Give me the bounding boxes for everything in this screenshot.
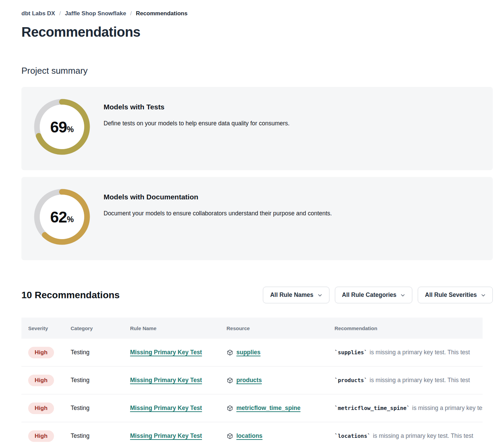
resource-code: `products` — [335, 377, 367, 383]
card-description: Define tests on your models to help ensu… — [104, 120, 290, 127]
column-header-severity: Severity — [21, 325, 64, 331]
resource-code: `supplies` — [335, 349, 367, 356]
column-header-recommendation: Recommendation — [328, 325, 483, 331]
model-cube-icon — [227, 433, 233, 440]
summary-card-models-with-documentation: 62 % Models with Documentation Document … — [21, 177, 493, 260]
recommendations-count-heading: 10 Recommendations — [21, 290, 120, 301]
percent-sign: % — [67, 125, 74, 134]
chevron-down-icon — [481, 293, 486, 298]
filter-label: All Rule Categories — [342, 291, 396, 299]
resource-link[interactable]: locations — [236, 432, 263, 440]
resource-link[interactable]: metricflow_time_spine — [236, 405, 301, 412]
chevron-down-icon — [318, 293, 322, 298]
resource-code: `metricflow_time_spine` — [335, 405, 410, 411]
breadcrumb-separator: / — [59, 10, 61, 17]
breadcrumb-separator: / — [130, 10, 132, 17]
recommendation-text: is missing a primary key test. This test — [373, 432, 473, 439]
rule-name-link[interactable]: Missing Primary Key Test — [130, 405, 202, 411]
page-title: Recommendations — [21, 24, 493, 40]
table-row: High Testing Missing Primary Key Test su… — [21, 339, 483, 366]
model-cube-icon — [227, 349, 233, 356]
donut-percent: 69 % — [40, 105, 84, 149]
recommendation-text: is missing a primary key test. This test — [412, 405, 483, 411]
recommendation-text: is missing a primary key test. This test — [370, 377, 470, 383]
rule-name-link[interactable]: Missing Primary Key Test — [130, 432, 202, 439]
breadcrumb-org-link[interactable]: dbt Labs DX — [21, 10, 55, 17]
model-cube-icon — [227, 377, 233, 384]
table-header-row: Severity Category Rule Name Resource Rec… — [21, 318, 483, 339]
donut-chart-tests: 69 % — [34, 99, 90, 155]
filter-rule-names-dropdown[interactable]: All Rule Names — [263, 287, 329, 303]
severity-badge: High — [28, 347, 54, 358]
filter-bar: All Rule Names All Rule Categories All R… — [263, 287, 493, 303]
chevron-down-icon — [400, 293, 405, 298]
model-cube-icon — [227, 405, 233, 412]
percent-value: 62 — [50, 208, 67, 226]
severity-badge: High — [28, 375, 54, 386]
recommendations-table: Severity Category Rule Name Resource Rec… — [21, 318, 483, 447]
table-row: High Testing Missing Primary Key Test pr… — [21, 366, 483, 394]
project-summary-heading: Project summary — [21, 66, 493, 76]
percent-sign: % — [67, 215, 74, 224]
breadcrumb-current-page: Recommendations — [136, 10, 187, 17]
category-cell: Testing — [64, 377, 123, 384]
card-description: Document your models to ensure collabora… — [104, 210, 332, 217]
severity-badge: High — [28, 430, 54, 442]
donut-chart-documentation: 62 % — [34, 189, 90, 245]
resource-link[interactable]: products — [236, 377, 262, 384]
filter-rule-severities-dropdown[interactable]: All Rule Severities — [418, 287, 493, 303]
donut-percent: 62 % — [40, 195, 84, 239]
rule-name-link[interactable]: Missing Primary Key Test — [130, 377, 202, 383]
filter-label: All Rule Severities — [425, 291, 477, 299]
rule-name-link[interactable]: Missing Primary Key Test — [130, 349, 202, 356]
category-cell: Testing — [64, 432, 123, 440]
breadcrumb: dbt Labs DX / Jaffle Shop Snowflake / Re… — [21, 0, 493, 17]
card-title: Models with Documentation — [104, 193, 332, 201]
table-row: High Testing Missing Primary Key Test me… — [21, 394, 483, 422]
table-row: High Testing Missing Primary Key Test lo… — [21, 422, 483, 447]
filter-label: All Rule Names — [270, 291, 313, 299]
column-header-rule-name: Rule Name — [123, 325, 220, 331]
filter-rule-categories-dropdown[interactable]: All Rule Categories — [335, 287, 412, 303]
category-cell: Testing — [64, 405, 123, 412]
breadcrumb-project-link[interactable]: Jaffle Shop Snowflake — [65, 10, 126, 17]
column-header-resource: Resource — [220, 325, 328, 331]
card-title: Models with Tests — [104, 103, 290, 111]
recommendation-text: is missing a primary key test. This test — [370, 349, 470, 356]
resource-link[interactable]: supplies — [236, 349, 260, 356]
resource-code: `locations` — [335, 433, 371, 439]
percent-value: 69 — [50, 118, 67, 136]
column-header-category: Category — [64, 325, 123, 331]
category-cell: Testing — [64, 349, 123, 356]
summary-card-models-with-tests: 69 % Models with Tests Define tests on y… — [21, 87, 493, 170]
severity-badge: High — [28, 403, 54, 414]
page: dbt Labs DX / Jaffle Shop Snowflake / Re… — [0, 0, 504, 447]
